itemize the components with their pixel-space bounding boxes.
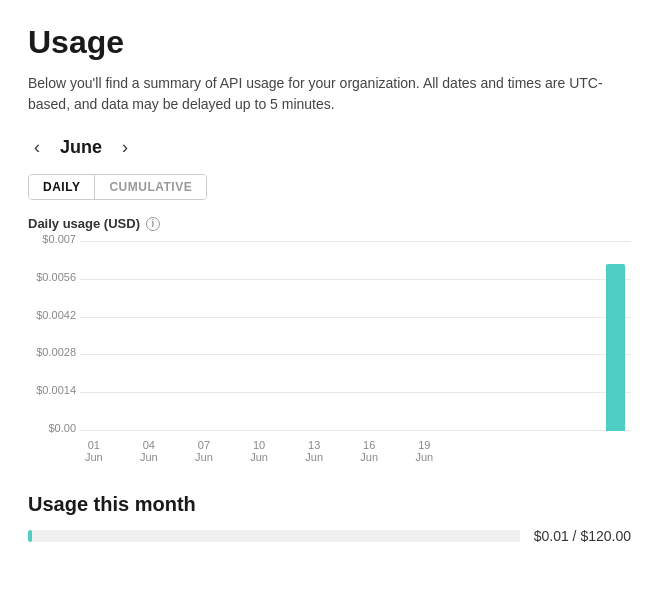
chart-bars	[80, 241, 631, 431]
bar-slot	[191, 241, 218, 431]
bar-slot	[301, 241, 328, 431]
x-axis: 01 Jun04 Jun07 Jun10 Jun13 Jun16 Jun19 J…	[80, 433, 631, 461]
y-axis-label: $0.00	[28, 422, 76, 434]
bar-slot	[602, 241, 629, 431]
y-axis-label: $0.0042	[28, 309, 76, 321]
description: Below you'll find a summary of API usage…	[28, 73, 631, 115]
chart-section: Daily usage (USD) i $0.007$0.0056$0.0042…	[28, 216, 631, 461]
bar-slot	[164, 241, 191, 431]
bar-slot	[328, 241, 355, 431]
month-navigation: ‹ June ›	[28, 135, 631, 160]
bar-slot	[355, 241, 382, 431]
bar-slot	[137, 241, 164, 431]
chart-info-icon[interactable]: i	[146, 217, 160, 231]
bar-slot	[492, 241, 519, 431]
chart-title: Daily usage (USD) i	[28, 216, 631, 231]
x-axis-label: 01 Jun	[80, 439, 108, 463]
tab-bar: DAILY CUMULATIVE	[28, 174, 207, 200]
chart-bar	[606, 264, 625, 431]
progress-bar-fill	[28, 530, 32, 542]
tab-cumulative[interactable]: CUMULATIVE	[95, 175, 206, 199]
bar-slot	[219, 241, 246, 431]
x-axis-label: 10 Jun	[245, 439, 273, 463]
bar-slot	[246, 241, 273, 431]
bar-slot	[465, 241, 492, 431]
chart-title-text: Daily usage (USD)	[28, 216, 140, 231]
x-axis-label: 04 Jun	[135, 439, 163, 463]
y-axis-label: $0.007	[28, 233, 76, 245]
tab-daily[interactable]: DAILY	[29, 175, 95, 199]
x-axis-label: 16 Jun	[355, 439, 383, 463]
bar-slot	[520, 241, 547, 431]
x-axis-label: 19 Jun	[411, 439, 439, 463]
usage-this-month: Usage this month $0.01 / $120.00	[28, 493, 631, 544]
chart-container: $0.007$0.0056$0.0042$0.0028$0.0014$0.00 …	[28, 241, 631, 461]
x-axis-label: 07 Jun	[190, 439, 218, 463]
bar-slot	[410, 241, 437, 431]
bar-slot	[547, 241, 574, 431]
y-axis-label: $0.0014	[28, 384, 76, 396]
month-label: June	[60, 137, 102, 158]
next-month-button[interactable]: ›	[116, 135, 134, 160]
progress-bar-container	[28, 530, 520, 542]
bar-slot	[574, 241, 601, 431]
usage-this-month-title: Usage this month	[28, 493, 631, 516]
bar-slot	[273, 241, 300, 431]
x-axis-label: 13 Jun	[300, 439, 328, 463]
progress-row: $0.01 / $120.00	[28, 528, 631, 544]
progress-label: $0.01 / $120.00	[534, 528, 631, 544]
page-title: Usage	[28, 24, 631, 61]
bar-slot	[437, 241, 464, 431]
bar-slot	[82, 241, 109, 431]
bar-slot	[109, 241, 136, 431]
y-axis-label: $0.0028	[28, 346, 76, 358]
bar-slot	[383, 241, 410, 431]
y-axis-label: $0.0056	[28, 271, 76, 283]
prev-month-button[interactable]: ‹	[28, 135, 46, 160]
